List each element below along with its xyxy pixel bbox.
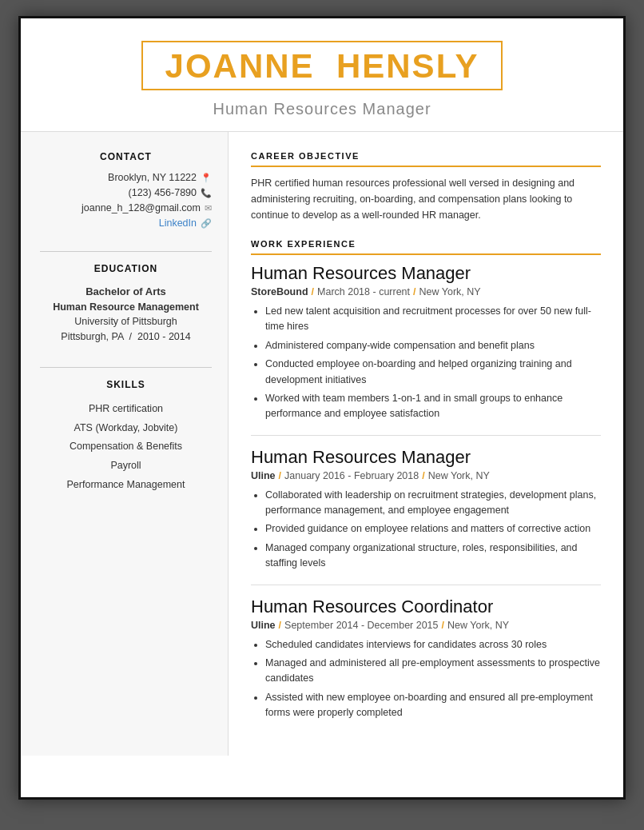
skill-item: Compensation & Benefits <box>40 437 212 457</box>
edu-location-years: Pittsburgh, PA / 2010 - 2014 <box>40 329 212 345</box>
linkedin-item[interactable]: LinkedIn 🔗 <box>40 217 212 229</box>
skill-item: ATS (Workday, Jobvite) <box>40 419 212 438</box>
career-objective-title: CAREER OBJECTIVE <box>251 151 601 161</box>
job-divider <box>251 585 601 585</box>
job-bullet-item: Worked with team members 1-on-1 and in s… <box>265 391 601 422</box>
work-rule <box>251 253 601 255</box>
job-meta: StoreBound/March 2018 - current/New York… <box>251 286 601 297</box>
job-entry: Human Resources CoordinatorUline/Septemb… <box>251 585 601 721</box>
name-box: JOANNE HENSLY <box>141 41 503 90</box>
location-icon: 📍 <box>201 173 212 183</box>
job-company: Uline <box>251 620 276 631</box>
field: Human Resource Management <box>40 300 212 315</box>
skill-item: Performance Management <box>40 476 212 495</box>
email-item: joanne_h_128@gmail.com ✉ <box>40 202 212 213</box>
work-experience-section: WORK EXPERIENCE Human Resources ManagerS… <box>251 239 601 720</box>
edu-years: 2010 - 2014 <box>137 331 191 342</box>
job-title-text: Human Resources Manager <box>251 263 601 284</box>
objective-rule <box>251 166 601 167</box>
job-bullets-list: Led new talent acquisition and recruitme… <box>251 304 601 422</box>
education-section: EDUCATION Bachelor of Arts Human Resourc… <box>40 263 212 345</box>
skill-item: PHR certification <box>40 400 212 419</box>
right-column: CAREER OBJECTIVE PHR certified human res… <box>229 132 623 756</box>
full-name: JOANNE HENSLY <box>165 47 479 86</box>
jobs-container: Human Resources ManagerStoreBound/March … <box>251 263 601 720</box>
email-text: joanne_h_128@gmail.com <box>81 202 201 213</box>
divider-1 <box>40 251 212 252</box>
divider-2 <box>40 367 212 368</box>
phone-icon: 📞 <box>201 188 212 198</box>
education-title: EDUCATION <box>40 263 212 274</box>
job-title-text: Human Resources Coordinator <box>251 597 601 617</box>
job-bullet-item: Administered company-wide compensation a… <box>265 338 601 353</box>
resume-wrapper: JOANNE HENSLY Human Resources Manager CO… <box>18 16 626 800</box>
email-icon: ✉ <box>205 203 212 213</box>
skill-item: Payroll <box>40 457 212 476</box>
job-bullet-item: Assisted with new employee on-boarding a… <box>265 690 601 721</box>
job-bullets-list: Scheduled candidates interviews for cand… <box>251 637 601 721</box>
linkedin-icon: 🔗 <box>201 218 212 229</box>
education-details: Bachelor of Arts Human Resource Manageme… <box>40 284 212 345</box>
job-company: StoreBound <box>251 286 308 297</box>
career-objective-section: CAREER OBJECTIVE PHR certified human res… <box>251 151 601 223</box>
first-name: JOANNE <box>165 47 315 85</box>
job-title-text: Human Resources Manager <box>251 447 601 468</box>
phone-text: (123) 456-7890 <box>129 187 197 198</box>
job-divider <box>251 435 601 436</box>
job-bullet-item: Managed and administered all pre-employm… <box>265 656 601 687</box>
job-bullets-list: Collaborated with leadership on recruitm… <box>251 488 601 572</box>
job-entry: Human Resources ManagerStoreBound/March … <box>251 263 601 422</box>
career-objective-text: PHR certified human resources profession… <box>251 175 601 223</box>
skills-list: PHR certificationATS (Workday, Jobvite)C… <box>40 400 212 495</box>
phone-item: (123) 456-7890 📞 <box>40 187 212 198</box>
job-bullet-item: Led new talent acquisition and recruitme… <box>265 304 601 335</box>
linkedin-link[interactable]: LinkedIn <box>159 217 197 229</box>
address-text: Brooklyn, NY 11222 <box>108 172 197 183</box>
job-bullet-item: Managed company organizational structure… <box>265 541 601 572</box>
degree: Bachelor of Arts <box>40 284 212 300</box>
job-meta: Uline/September 2014 - December 2015/New… <box>251 620 601 631</box>
job-entry: Human Resources ManagerUline/January 201… <box>251 435 601 572</box>
header: JOANNE HENSLY Human Resources Manager <box>21 18 623 131</box>
contact-title: CONTACT <box>40 151 212 162</box>
edu-location: Pittsburgh, PA <box>61 331 123 342</box>
work-experience-title: WORK EXPERIENCE <box>251 239 601 249</box>
job-company: Uline <box>251 470 276 481</box>
left-column: CONTACT Brooklyn, NY 11222 📍 (123) 456-7… <box>21 132 229 756</box>
job-bullet-item: Conducted employee on-boarding and helpe… <box>265 357 601 388</box>
university: University of Pittsburgh <box>40 314 212 329</box>
skills-section: SKILLS PHR certificationATS (Workday, Jo… <box>40 379 212 495</box>
last-name: HENSLY <box>336 47 479 85</box>
address-item: Brooklyn, NY 11222 📍 <box>40 172 212 183</box>
job-bullet-item: Provided guidance on employee relations … <box>265 521 601 537</box>
job-meta: Uline/January 2016 - February 2018/New Y… <box>251 470 601 481</box>
contact-section: CONTACT Brooklyn, NY 11222 📍 (123) 456-7… <box>40 151 212 229</box>
job-title-header: Human Resources Manager <box>37 100 607 118</box>
body-row: CONTACT Brooklyn, NY 11222 📍 (123) 456-7… <box>21 131 623 756</box>
job-bullet-item: Scheduled candidates interviews for cand… <box>265 637 601 652</box>
job-bullet-item: Collaborated with leadership on recruitm… <box>265 488 601 519</box>
skills-title: SKILLS <box>40 379 212 390</box>
